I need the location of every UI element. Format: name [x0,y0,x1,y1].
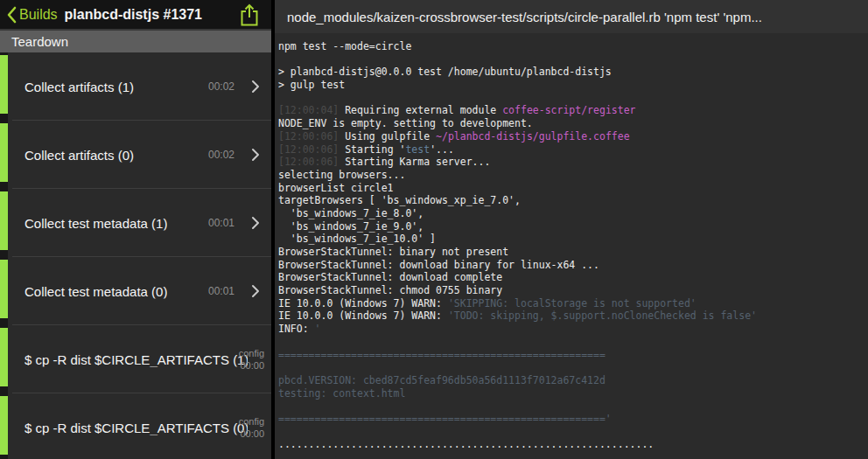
build-steps-sidebar: Builds planbcd-distjs #1371 Teardown Col… [0,0,271,459]
terminal-segment: Requiring external module [339,104,502,116]
terminal-segment: BrowserStackTunnel: chmod 0755 binary [278,284,502,296]
terminal-line: [12:00:04] Requiring external module cof… [278,104,868,117]
step-status-bar [0,191,8,250]
terminal-segment: BrowserStackTunnel: download complete [278,271,502,283]
terminal-segment: testing: context.html [278,387,405,400]
terminal-segment: [12:00:06] [278,156,339,168]
step-row[interactable]: Collect test metadata (0)00:01 [0,257,271,325]
terminal-segment: [12:00:06] [278,130,339,143]
section-label: Teardown [11,34,68,49]
terminal-segment: npm test --mode=circle [278,40,411,52]
terminal-line: ........................................… [278,438,868,451]
terminal-segment: pbcd.VERSION: cbed87cd5feaf96db50a56d111… [278,374,606,386]
terminal-segment: [12:00:06] [278,143,339,156]
step-status-bar [0,55,8,114]
terminal-line [278,92,868,105]
terminal-line: ========================================… [278,349,868,362]
terminal-line [278,426,868,439]
step-label: Collect test metadata (1) [24,216,167,231]
step-row[interactable]: $ cp -R dist $CIRCLE_ARTIFACTS (1)config… [0,325,271,393]
step-meta: config00:00 [239,415,264,440]
back-chevron-icon [6,6,17,24]
terminal-line: targetBrowsers [ 'bs_windows_xp_ie_7.0', [278,194,868,207]
step-row[interactable]: Collect test metadata (1)00:01 [0,189,271,257]
back-to-builds-button[interactable]: Builds [0,0,60,29]
terminal-segment: ' [315,323,321,335]
terminal-line [278,53,868,66]
step-duration: 00:01 [208,285,234,297]
terminal-line: BrowserStackTunnel: download complete [278,271,868,284]
step-row[interactable]: $ cp -R dist $CIRCLE_ARTIFACTS (0)config… [0,393,271,459]
terminal-segment: 'SKIPPING: localStorage is not supported… [448,297,696,309]
terminal-line: BrowserStackTunnel: download binary for … [278,259,868,272]
step-status-bar [0,328,8,386]
terminal-line: 'bs_windows_7_ie_9.0', [278,220,868,233]
step-duration: 00:01 [208,217,234,229]
terminal-segment: IE 10.0.0 (Windows 7) WARN: [278,297,448,309]
terminal-line: 'bs_windows_7_ie_10.0' ] [278,233,868,246]
step-status-bar [0,123,8,182]
terminal-segment: ~/planbcd-distjs/gulpfile.coffee [436,130,630,143]
terminal-line: npm test --mode=circle [278,40,868,53]
terminal-line: BrowserStackTunnel: chmod 0755 binary [278,284,868,297]
step-row[interactable]: Collect artifacts (1)00:02 [0,52,271,121]
terminal-line: browserList circle1 [278,182,868,195]
step-duration: 00:00 [239,428,264,440]
step-row[interactable]: Collect artifacts (0)00:02 [0,121,271,189]
terminal-line: [12:00:06] Starting 'test'... [278,143,868,156]
step-status-bar [0,396,8,455]
terminal-segment: BrowserStackTunnel: binary not present [278,246,508,258]
step-duration: 00:00 [239,359,264,372]
terminal-line: selecting browsers... [278,169,868,182]
terminal-segment: 'bs_windows_7_ie_9.0', [278,220,424,233]
terminal-segment: BrowserStackTunnel: download binary for … [278,259,599,271]
terminal-line [278,400,868,413]
terminal-line: ........................................… [278,451,868,459]
chevron-right-icon [251,284,260,298]
step-source: config [239,415,264,428]
share-icon[interactable] [239,3,260,26]
terminal-line: INFO: ' [278,323,868,336]
section-header-teardown: Teardown [0,29,271,52]
terminal-line: 'bs_windows_7_ie_8.0', [278,207,868,220]
app-window: Builds planbcd-distjs #1371 Teardown Col… [0,0,868,459]
back-label: Builds [19,7,58,23]
terminal-segment: '... [430,143,454,156]
terminal-segment: ........................................… [278,438,654,450]
terminal-segment: browserList circle1 [278,182,394,194]
build-output-panel: node_modules/kaizen-crossbrowser-test/sc… [275,0,868,459]
terminal-segment: test [405,143,430,156]
terminal-segment: 'TODO: skipping, $.support.noCloneChecke… [448,309,757,322]
step-duration: 00:02 [208,149,234,161]
chevron-right-icon [251,148,260,162]
terminal-segment: coffee-script/register [502,104,635,116]
terminal-titlebar: node_modules/kaizen-crossbrowser-test/sc… [275,0,868,33]
step-label: Collect artifacts (1) [24,80,134,94]
terminal-line: BrowserStackTunnel: binary not present [278,246,868,259]
terminal-line: > gulp test [278,79,868,92]
terminal-segment: [12:00:04] [278,104,339,116]
step-label: Collect artifacts (0) [24,148,134,163]
terminal-line: > planbcd-distjs@0.0.0 test /home/ubuntu… [278,66,868,79]
step-duration: 00:02 [208,80,234,93]
chevron-right-icon [251,80,260,94]
terminal-line: [12:00:06] Using gulpfile ~/planbcd-dist… [278,130,868,143]
step-label: $ cp -R dist $CIRCLE_ARTIFACTS (0) [24,421,248,435]
terminal-segment: targetBrowsers [ 'bs_windows_xp_ie_7.0', [278,194,521,206]
terminal-title: node_modules/kaizen-crossbrowser-test/sc… [287,10,762,24]
build-title: planbcd-distjs #1371 [65,7,202,23]
terminal-segment: ========================================… [278,413,612,425]
terminal-output[interactable]: npm test --mode=circle > planbcd-distjs@… [275,33,868,459]
terminal-line: NODE_ENV is empty. setting to developmen… [278,117,868,130]
step-label: Collect test metadata (0) [24,284,167,299]
terminal-segment: INFO: [278,323,315,335]
terminal-line: testing: context.html [278,387,868,400]
step-source: config [239,347,264,359]
terminal-line: [12:00:06] Starting Karma server... [278,156,868,169]
terminal-segment: > planbcd-distjs@0.0.0 test /home/ubuntu… [278,66,612,78]
chevron-right-icon [251,216,260,230]
terminal-segment: Starting ' [339,143,405,156]
terminal-segment: > gulp test [278,79,345,91]
teardown-step-list: Collect artifacts (1)00:02Collect artifa… [0,52,271,459]
terminal-segment: selecting browsers... [278,169,405,181]
